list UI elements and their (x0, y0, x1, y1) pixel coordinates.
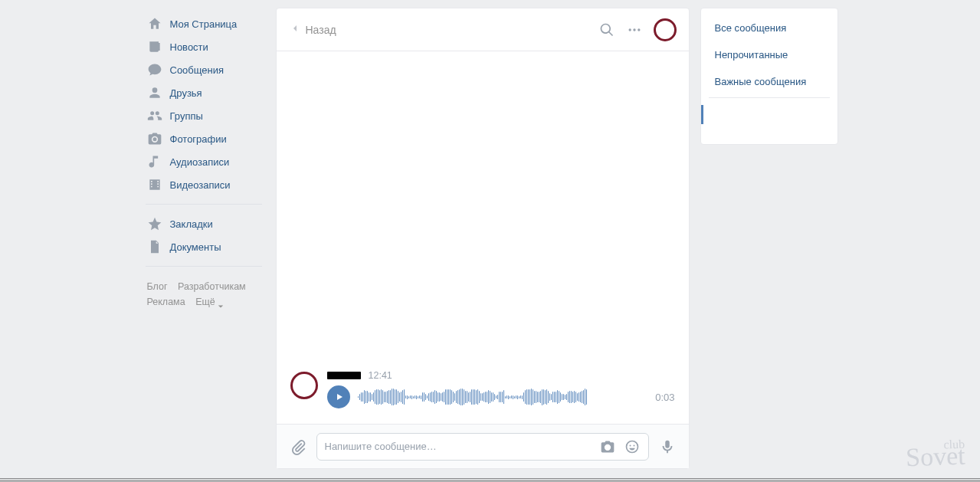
back-button[interactable]: Назад (289, 22, 336, 37)
chat-panel: Назад 12:41 (276, 8, 690, 469)
camera-icon (147, 131, 162, 146)
play-icon (335, 392, 344, 402)
newspaper-icon (147, 39, 162, 54)
nav-label: Новости (170, 41, 208, 53)
svg-point-0 (628, 28, 631, 31)
footer-more[interactable]: Ещё (195, 294, 224, 310)
nav-label: Документы (170, 241, 221, 253)
music-icon (147, 154, 162, 169)
mic-icon[interactable] (657, 436, 678, 457)
left-sidebar: Моя Страница Новости Сообщения Друзья Гр… (143, 8, 265, 310)
nav-news[interactable]: Новости (143, 35, 265, 58)
svg-point-2 (637, 28, 640, 31)
filter-separator (709, 97, 830, 98)
home-icon (147, 16, 162, 31)
nav-audio[interactable]: Аудиозаписи (143, 150, 265, 173)
nav-separator (146, 266, 262, 267)
chevron-down-icon (218, 299, 224, 305)
nav-label: Аудиозаписи (170, 156, 230, 168)
chat-icon (147, 62, 162, 77)
nav-label: Сообщения (170, 64, 225, 76)
filter-all[interactable]: Все сообщения (701, 15, 837, 41)
user-icon (147, 85, 162, 100)
compose-bar (277, 424, 689, 468)
nav-label: Видеозаписи (170, 179, 231, 191)
compose-input[interactable] (325, 441, 592, 452)
filters-panel: Все сообщения Непрочитанные Важные сообщ… (700, 8, 838, 145)
footer-links: Блог Разработчикам Реклама Ещё (143, 274, 265, 310)
nav-messages[interactable]: Сообщения (143, 58, 265, 81)
attach-icon[interactable] (287, 436, 309, 457)
filter-active-folder[interactable] (701, 100, 837, 129)
play-button[interactable] (327, 385, 350, 408)
nav-bookmarks[interactable]: Закладки (143, 212, 265, 235)
chevron-left-icon (289, 22, 301, 37)
footer-ads[interactable]: Реклама (147, 297, 185, 307)
smile-icon[interactable] (624, 438, 641, 455)
voice-duration: 0:03 (655, 392, 674, 403)
nav-label: Друзья (170, 87, 202, 99)
nav-video[interactable]: Видеозаписи (143, 173, 265, 196)
footer-devs[interactable]: Разработчикам (178, 281, 246, 292)
compose-input-wrap (316, 433, 649, 461)
filter-important[interactable]: Важные сообщения (701, 68, 837, 95)
back-label: Назад (306, 24, 336, 36)
message-time: 12:41 (369, 370, 392, 381)
nav-groups[interactable]: Группы (143, 104, 265, 127)
filter-unread[interactable]: Непрочитанные (701, 41, 837, 68)
more-icon[interactable] (626, 21, 643, 38)
film-icon (147, 177, 162, 192)
sender-avatar[interactable] (290, 372, 318, 399)
nav-separator (146, 204, 262, 205)
nav-label: Моя Страница (170, 18, 238, 30)
star-icon (147, 216, 162, 231)
nav-label: Группы (170, 110, 203, 122)
folder-name-redacted (715, 108, 784, 119)
search-icon[interactable] (598, 21, 615, 38)
sender-name-redacted (327, 372, 361, 379)
camera-icon[interactable] (599, 438, 616, 455)
chat-header: Назад (277, 8, 689, 51)
nav-photos[interactable]: Фотографии (143, 127, 265, 150)
document-icon (147, 239, 162, 254)
peer-avatar[interactable] (654, 18, 677, 41)
users-icon (147, 108, 162, 123)
voice-message: 0:03 (327, 385, 675, 408)
message-row: 12:41 0:03 (290, 366, 675, 413)
nav-my-page[interactable]: Моя Страница (143, 12, 265, 35)
svg-point-1 (633, 28, 635, 31)
chat-body: 12:41 0:03 (277, 51, 689, 424)
nav-label: Фотографии (170, 133, 227, 145)
nav-friends[interactable]: Друзья (143, 81, 265, 104)
nav-documents[interactable]: Документы (143, 235, 265, 258)
page-border (0, 478, 980, 479)
footer-blog[interactable]: Блог (147, 281, 168, 292)
nav-label: Закладки (170, 218, 213, 230)
waveform[interactable] (358, 386, 642, 408)
